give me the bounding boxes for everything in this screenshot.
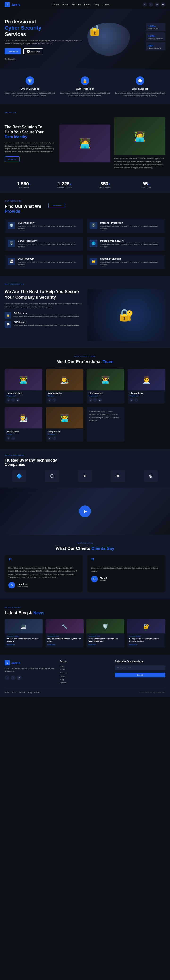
navigation: J Jarvis Home About Services Pages Blog … — [0, 0, 170, 9]
team-2-youtube-icon[interactable]: ▶ — [98, 398, 102, 402]
nav-home[interactable]: Home — [53, 3, 59, 6]
youtube-icon[interactable]: ▶ — [161, 2, 165, 6]
footer-bottom-blog[interactable]: Blog — [28, 692, 31, 693]
team-2-facebook-icon[interactable]: f — [88, 398, 92, 402]
team-0-youtube-icon[interactable]: ▶ — [16, 398, 20, 402]
partner-logo-0: 🔷 — [12, 470, 27, 482]
footer-twitter-icon[interactable]: t — [11, 675, 16, 680]
footer-bottom: Home About Services Blog Contact © 2022 … — [5, 689, 165, 693]
team-5-twitter-icon[interactable]: t — [52, 436, 56, 440]
team-3-facebook-icon[interactable]: f — [130, 398, 134, 402]
video-thumbnail: 0101100010110001010101110100011101000111… — [0, 488, 170, 535]
feature-title-0: Cyber Services — [5, 88, 55, 90]
blog-post-2-read-more[interactable]: Read More — [88, 644, 123, 646]
service-cyber-security: 🛡️ Cyber Security Lorem ipsum dolor sit … — [5, 219, 83, 233]
twitter-icon[interactable]: t — [149, 2, 153, 6]
hero-content: Professional Cyber Security Services Lor… — [5, 19, 83, 60]
team-member-4-role: Analyst — [6, 433, 41, 435]
why-us-title: We Are The Best To Help You Secure Your … — [5, 289, 83, 300]
team-0-facebook-icon[interactable]: f — [6, 398, 10, 402]
team-label: Our Expert Team — [5, 355, 165, 358]
services-grid: 🛡️ Cyber Security Lorem ipsum dolor sit … — [5, 219, 165, 269]
play-icon — [27, 50, 30, 53]
footer-links: Home About Services Pages Blog Contact — [60, 665, 110, 684]
nav-contact[interactable]: Contact — [102, 3, 110, 6]
nav-blog[interactable]: Blog — [94, 3, 99, 6]
why-card-desc-0: Lorem ipsum dolor sit amet, consectetur … — [14, 315, 80, 318]
nav-pages[interactable]: Pages — [84, 3, 91, 6]
hero-image: 🔒 — [87, 23, 130, 56]
cyber-services-icon: 🛡️ — [26, 76, 34, 85]
newsletter-email-input[interactable] — [115, 665, 165, 670]
about-image-2: 👩‍💻 — [114, 118, 165, 155]
footer-youtube-icon[interactable]: ▶ — [17, 675, 22, 680]
service-info-0: Cyber Security Lorem ipsum dolor sit ame… — [18, 221, 80, 230]
footer-link-pages[interactable]: Pages — [60, 675, 110, 677]
partner-logo-1: ⬡ — [45, 470, 59, 482]
stats-bar-number-0: 1 550+ — [5, 181, 43, 186]
facebook-icon[interactable]: f — [143, 2, 147, 6]
footer-link-services[interactable]: Services — [60, 672, 110, 674]
footer-link-home[interactable]: Home — [60, 665, 110, 667]
about-person-2-icon: 👩‍💻 — [134, 131, 146, 142]
footer-bottom-home[interactable]: Home — [5, 692, 9, 693]
footer-link-about[interactable]: About — [60, 668, 110, 671]
team-member-2-name: Tilda Marshall — [88, 392, 123, 395]
blog-post-0-read-more[interactable]: Read More — [6, 644, 41, 646]
hero-subtitle: Lorem ipsum dolor sit amet, consectetur … — [5, 39, 83, 45]
partner-logo-3: ❋ — [111, 470, 125, 482]
nav-services[interactable]: Services — [72, 3, 81, 6]
service-desc-2: Lorem ipsum dolor sit amet, consectetur … — [18, 243, 80, 248]
team-4-twitter-icon[interactable]: t — [11, 436, 15, 440]
team-4-facebook-icon[interactable]: f — [6, 436, 10, 440]
stats-bar-item-3: 95+ Expert Team — [127, 181, 165, 188]
nav-about[interactable]: About — [62, 3, 68, 6]
partner-logo-2: ✦ — [78, 470, 92, 482]
blog-post-1-read-more[interactable]: Read More — [47, 644, 82, 646]
blog-post-3-read-more[interactable]: Read More — [129, 644, 164, 646]
blog-post-1-image: 🔧 — [46, 619, 83, 633]
services-learn-more-button[interactable]: Learn More — [49, 203, 65, 208]
hero-visual: 🔒 1 550+ Case Solved 1 225+ Company Prot… — [87, 23, 165, 56]
service-info-5: System Protection Lorem ipsum dolor sit … — [100, 258, 162, 266]
team-member-4-image: 👨‍🔬 — [5, 407, 42, 428]
blog-post-2-image: 🛡️ — [87, 619, 124, 633]
testimonials-section: Testimonials What Our Clients Clients Sa… — [0, 535, 170, 599]
about-us-button[interactable]: About Us — [5, 156, 20, 162]
footer-bottom-about[interactable]: About — [12, 692, 16, 693]
database-protection-icon: 🗄️ — [90, 221, 97, 229]
about-grid: The Best Solution To Help You Secure You… — [5, 118, 165, 169]
learn-more-button[interactable]: Learn More — [5, 48, 21, 54]
about-title: The Best Solution To Help You Secure You… — [5, 125, 56, 139]
footer-facebook-icon[interactable]: f — [5, 675, 9, 680]
team-placeholder — [128, 407, 165, 442]
stats-bar-number-1: 1 225+ — [46, 181, 84, 186]
why-us-cards: 🔒 Full Services Lorem ipsum dolor sit am… — [5, 312, 83, 328]
team-member-5-info: Darcy Parker Developer f t — [46, 428, 83, 442]
why-card-1: 💬 24/7 Support Lorem ipsum dolor sit ame… — [5, 321, 83, 328]
team-5-facebook-icon[interactable]: f — [48, 436, 52, 440]
service-name-5: System Protection — [100, 258, 162, 260]
play-video-button[interactable]: Play Video — [24, 48, 43, 54]
blog-post-3-content: November 3, 2022 5 Easy Steps To Optimiz… — [127, 633, 165, 648]
team-1-facebook-icon[interactable]: f — [48, 398, 52, 402]
team-0-twitter-icon[interactable]: t — [11, 398, 15, 402]
team-2-twitter-icon[interactable]: t — [93, 398, 97, 402]
team-member-4-info: Jarvis Team Analyst f t — [5, 428, 42, 442]
footer-link-blog[interactable]: Blog — [60, 678, 110, 681]
footer-link-contact[interactable]: Contact — [60, 682, 110, 684]
team-3-twitter-icon[interactable]: t — [134, 398, 138, 402]
blog-label: Blog & News — [5, 606, 165, 609]
blog-title: Latest Blog & News — [5, 611, 165, 616]
newsletter-signup-button[interactable]: Sign Up — [115, 673, 165, 678]
why-card-icon-1: 💬 — [5, 321, 11, 328]
quote-mark-1: " — [91, 558, 162, 564]
team-member-4-socials: f t — [6, 436, 41, 440]
logo[interactable]: J Jarvis — [5, 2, 20, 7]
support-icon: 💬 — [136, 76, 144, 85]
footer-bottom-services[interactable]: Services — [19, 692, 25, 693]
quote-mark-0: " — [8, 558, 79, 564]
team-1-twitter-icon[interactable]: t — [52, 398, 56, 402]
footer-bottom-contact[interactable]: Contact — [35, 692, 40, 693]
linkedin-icon[interactable]: in — [155, 2, 159, 6]
